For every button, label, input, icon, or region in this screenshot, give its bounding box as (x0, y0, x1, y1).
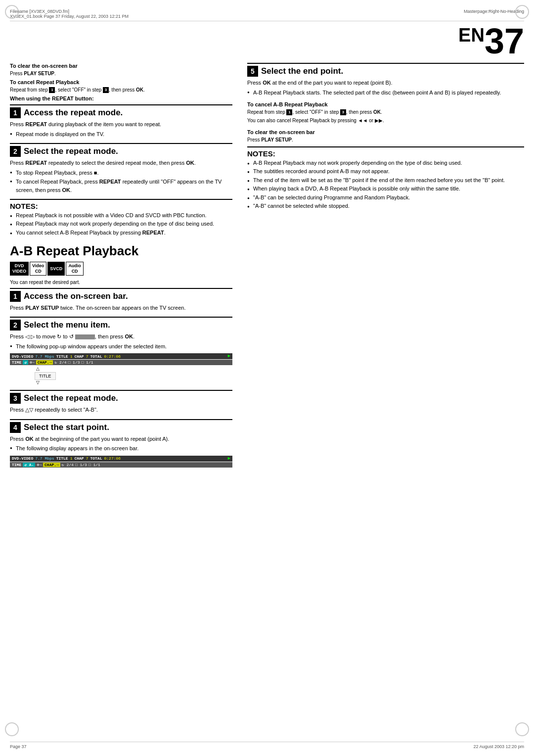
step-a2-header: 2 Select the menu item. (10, 320, 232, 331)
step-1-number: 1 (10, 107, 21, 118)
dvd-title-val-1: 1 (70, 354, 73, 359)
cancel-ab-heading: To cancel A-B Repeat Playback (247, 101, 524, 107)
step-a1-header: 1 Access the on-screen bar. (10, 291, 232, 302)
ctrl-icon-1e: □ 1/1 (82, 360, 93, 365)
badge-audio-cd: Audio CD (66, 262, 84, 276)
step-a4-title: Select the start point. (24, 423, 109, 432)
ctrl-time-2: TIME (12, 463, 21, 467)
step-a1-number: 1 (10, 291, 21, 302)
step-1-title: Access the repeat mode. (24, 108, 123, 118)
ctrl-icon-1c: ↻ 2/4 (54, 360, 66, 365)
dvd-mbps-1: 7.7 Mbps (35, 354, 54, 359)
notes-box-2: NOTES: A-B Repeat Playback may not work … (247, 146, 524, 210)
corner-circle-tr (515, 5, 529, 19)
clear-bar2-section: To clear the on-screen bar Press PLAY SE… (247, 129, 524, 143)
ctrl-icon-2e: □ 1/1 (89, 463, 100, 467)
dvd-ctrl-1: TIME ↺ ⊕→ CHAP.→ ↻ 2/4 □ 1/3 □ 1/1 (10, 360, 232, 365)
notes2-item-6: "A-B" cannot be selected while stopped. (247, 202, 524, 210)
step-a2-bullet: The following pop-up window appears unde… (10, 342, 232, 351)
dvd-title-label-2: TITLE (56, 456, 68, 461)
notes2-item-1: A-B Repeat Playback may not work properl… (247, 159, 524, 167)
badge-svcd: SVCD (47, 262, 65, 276)
dvd-bar-1: DVD-VIDEO 7.7 Mbps TITLE 1 CHAP 7 TOTAL … (10, 353, 232, 359)
cancel-repeat-heading: To cancel Repeat Playback (10, 79, 232, 85)
title-popup-area: △ TITLE ▽ (10, 366, 232, 385)
format-badges: DVD VIDEO Video CD SVCD Audio CD (10, 262, 232, 276)
title-popup-with-arrows: △ TITLE ▽ (25, 366, 56, 385)
notes2-item-5: "A-B" can be selected during Programme a… (247, 194, 524, 201)
step-a4-number: 4 (10, 422, 21, 433)
step-a2-container: 2 Select the menu item. Press ◁ ▷ to mov… (10, 317, 232, 385)
notes-item-1: Repeat Playback is not possible with a V… (10, 212, 232, 219)
badge-dvd-video: DVD VIDEO (10, 262, 29, 276)
page-container: Filename [XV3EX_08DVD.fm] XV3EX_01.book … (0, 0, 534, 756)
footer-bar: Page 37 22 August 2003 12:20 pm (10, 742, 524, 749)
dvd-chap-label-2: CHAP (74, 456, 84, 461)
step-a2-number: 2 (10, 320, 21, 331)
step-num-1: 1 (49, 87, 55, 93)
title-popup-wrapper: △ TITLE ▽ (25, 366, 232, 385)
step-a1-body: Press PLAY SETUP twice. The on-screen ba… (10, 304, 232, 312)
dvd-title-label-1: TITLE (56, 354, 68, 359)
step-1-container: 1 Access the repeat mode. Press REPEAT d… (10, 104, 232, 138)
notes-item-2: Repeat Playback may not work properly de… (10, 220, 232, 228)
popup-arrow-down: ▽ (36, 380, 40, 385)
step-num-3: 3 (103, 87, 109, 93)
title-popup: TITLE (35, 372, 56, 380)
step-5-title: Select the end point. (261, 66, 343, 76)
badge-video-cd: Video CD (30, 262, 46, 276)
badge-video2: Video (32, 263, 44, 269)
clear-bar2-body: Press PLAY SETUP. (247, 136, 524, 143)
page-number-area: EN37 (10, 24, 524, 59)
ctrl-chap-1: CHAP.→ (36, 360, 53, 365)
en-label: EN (458, 25, 485, 46)
step-a1-text: Press PLAY SETUP twice. The on-screen ba… (10, 304, 232, 312)
notes2-item-4: When playing back a DVD, A-B Repeat Play… (247, 185, 524, 192)
clear-bar-heading: To clear the on-screen bar (10, 63, 232, 69)
header-left: Filename [XV3EX_08DVD.fm] XV3EX_01.book … (10, 9, 129, 19)
popup-arrow-up: △ (36, 366, 40, 371)
step-5-body: Press OK at the end of the part you want… (247, 79, 524, 96)
header-filename: Filename [XV3EX_08DVD.fm] (10, 9, 129, 14)
ctrl-icon-2b: ⊕→ (37, 463, 42, 467)
dvd-total-val-1: 0:27:06 (104, 354, 121, 359)
clear-bar2-heading: To clear the on-screen bar (247, 129, 524, 135)
when-repeat-heading: When using the REPEAT button: (10, 95, 232, 101)
step-a4-container: 4 Select the start point. Press OK at th… (10, 419, 232, 468)
notes2-item-2: The subtitles recorded around point A-B … (247, 168, 524, 175)
cancel-ab-step3: 3 (340, 109, 346, 115)
step-a4-body: Press OK at the beginning of the part yo… (10, 435, 232, 453)
dvd-total-label-2: TOTAL (90, 456, 102, 461)
step-a1-title: Access the on-screen bar. (24, 291, 128, 301)
step-a2-body: Press ◁ ▷ to move ↻ to ↺ , then press OK… (10, 332, 232, 350)
step-a3-body: Press △▽ repeatedly to select "A-B". (10, 406, 232, 414)
step-5-text: Press OK at the end of the part you want… (247, 79, 524, 87)
step-1-text: Press REPEAT during playback of the item… (10, 120, 232, 129)
step-a1-container: 1 Access the on-screen bar. Press PLAY S… (10, 288, 232, 312)
main-content: To clear the on-screen bar Press PLAY SE… (10, 63, 524, 472)
cancel-ab-step1: 1 (286, 109, 292, 115)
step-5-container: 5 Select the end point. Press OK at the … (247, 63, 524, 96)
step-a4-text: Press OK at the beginning of the part yo… (10, 435, 232, 443)
notes2-item-3: The end of the item will be set as the "… (247, 177, 524, 184)
badge-dvd: DVD (15, 263, 24, 269)
step-a3-number: 3 (10, 393, 21, 404)
step-a4-header: 4 Select the start point. (10, 422, 232, 433)
dvd-label-1: DVD-VIDEO (12, 354, 33, 359)
dvd-chap-val-1: 7 (86, 354, 89, 359)
step-a3-header: 3 Select the repeat mode. (10, 393, 232, 404)
ab-repeat-title: A-B Repeat Playback (10, 243, 232, 259)
header-book-info: XV3EX_01.book Page 37 Friday, August 22,… (10, 14, 129, 19)
notes-item-3: You cannot select A-B Repeat Playback by… (10, 229, 232, 236)
step-a3-container: 3 Select the repeat mode. Press △▽ repea… (10, 390, 232, 414)
dvd-title-val-2: 1 (70, 456, 73, 461)
step-1-body: Press REPEAT during playback of the item… (10, 120, 232, 138)
ctrl-time-1: TIME (12, 360, 21, 365)
dvd-bar-1-container: DVD-VIDEO 7.7 Mbps TITLE 1 CHAP 7 TOTAL … (10, 353, 232, 385)
step-2-text: Press REPEAT repeatedly to select the de… (10, 159, 232, 167)
ctrl-icon-1a: ↺ (23, 360, 28, 365)
dvd-bar-2: DVD-VIDEO 7.7 Mbps TITLE 1 CHAP 7 TOTAL … (10, 456, 232, 462)
dvd-chap-val-2: 7 (86, 456, 89, 461)
step-2-bullet1: To stop Repeat Playback, press ■. (10, 169, 232, 177)
dvd-ctrl-2: TIME ↺ A- ⊕→ CHAP.→ ↻ 2/4 □ 1/3 □ 1/1 (10, 462, 232, 468)
